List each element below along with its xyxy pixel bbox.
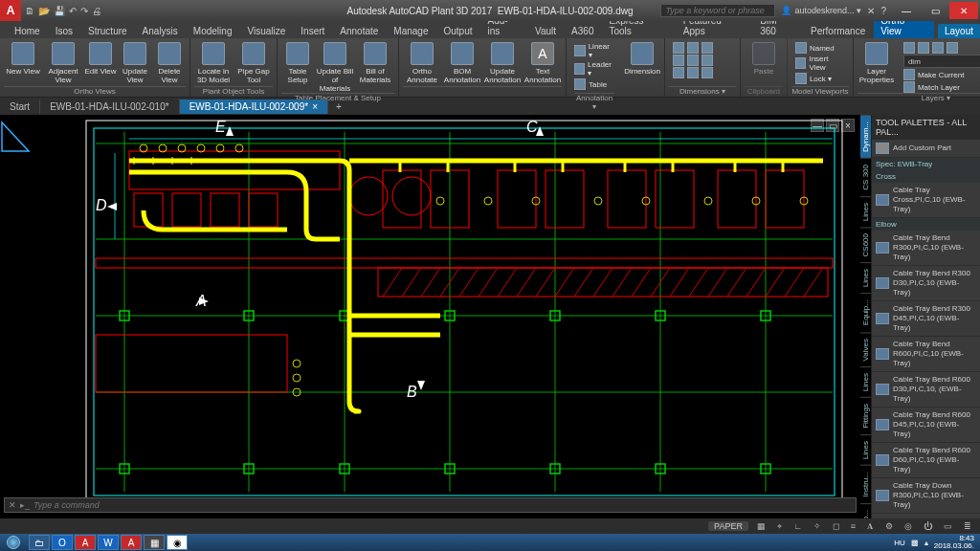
qat-save-icon[interactable]: 💾 <box>54 6 65 16</box>
paste-button[interactable]: Paste <box>745 40 783 76</box>
start-button[interactable] <box>0 534 27 551</box>
palette-item[interactable]: Cable Tray Bend R600 D45,PI,C,10 (EWB-Tr… <box>872 408 980 443</box>
palette-item[interactable]: Cable Tray Bend R600 D60,PI,C,10 (EWB-Tr… <box>872 443 980 478</box>
tab-home[interactable]: Home <box>8 24 47 38</box>
dim-row-1[interactable] <box>673 42 732 54</box>
table-setup-button[interactable]: Table Setup <box>281 40 314 93</box>
vtab-equip-1[interactable]: Equip... <box>860 293 871 331</box>
vp-lock[interactable]: Lock ▾ <box>795 73 845 84</box>
clean-screen-icon[interactable]: ▭ <box>941 521 955 531</box>
workspace-switch-icon[interactable]: ⚙ <box>882 521 896 531</box>
tab-annotate[interactable]: Annotate <box>333 24 385 38</box>
close-button[interactable]: ✕ <box>949 2 978 19</box>
polar-toggle-icon[interactable]: ✧ <box>811 521 824 531</box>
anno-toggle-icon[interactable]: 𝐀 <box>864 521 877 532</box>
update-annotation-button[interactable]: Update Annotation <box>483 40 522 84</box>
ortho-annotate-button[interactable]: Ortho Annotate <box>403 40 441 84</box>
vp-insert[interactable]: Insert View <box>795 55 845 72</box>
update-bom-button[interactable]: Update Bill of Materials <box>316 40 354 93</box>
taskbar-chrome-icon[interactable]: ◉ <box>167 535 188 550</box>
help-search-input[interactable] <box>660 4 775 17</box>
tab-modeling[interactable]: Modeling <box>187 24 239 38</box>
hardware-accel-icon[interactable]: ⏻ <box>921 521 935 531</box>
new-doc-tab-button[interactable]: + <box>328 101 349 112</box>
qat-print-icon[interactable]: 🖨 <box>92 6 101 16</box>
palette-item[interactable]: Cable Tray Bend R300,PI,C,10 (EWB-Tray) <box>872 231 980 266</box>
cmd-history-icon[interactable]: ✕ <box>9 500 16 510</box>
bom-annotation-button[interactable]: BOM Annotation <box>443 40 481 84</box>
vp-named[interactable]: Named <box>795 42 845 54</box>
palette-item[interactable]: Cable Tray Bend R300 D45,PI,C,10 (EWB-Tr… <box>872 301 980 337</box>
locate-3d-button[interactable]: Locate in 3D Model <box>194 40 233 84</box>
vtab-lines-3[interactable]: Lines <box>860 366 871 397</box>
tray-up-icon[interactable]: ▴ <box>924 539 928 547</box>
dimension-button[interactable]: Dimension <box>624 40 660 97</box>
doc-tab-2[interactable]: EWB-01-HDA-ILU-002-009*× <box>180 99 328 114</box>
command-input[interactable] <box>33 500 852 510</box>
qat-open-icon[interactable]: 📂 <box>38 6 50 16</box>
taskbar-app-icon[interactable]: ▦ <box>144 535 165 550</box>
app-logo[interactable]: A <box>0 0 21 21</box>
ortho-toggle-icon[interactable]: ∟ <box>791 521 805 531</box>
osnap-toggle-icon[interactable]: ◻ <box>830 521 842 531</box>
customize-icon[interactable]: ≣ <box>961 521 974 531</box>
vtab-dynamic[interactable]: Dynam... <box>860 115 871 158</box>
qat-undo-icon[interactable]: ↶ <box>69 6 77 16</box>
pipe-gap-button[interactable]: Pipe Gap Tool <box>234 40 273 84</box>
tab-a360[interactable]: A360 <box>565 24 600 38</box>
add-custom-part-button[interactable]: Add Custom Part <box>872 140 980 158</box>
vtab-cs300[interactable]: CS 300 <box>860 158 871 196</box>
make-current-button[interactable]: Make Current <box>903 69 980 80</box>
taskbar-word-icon[interactable]: W <box>98 535 119 550</box>
palette-item[interactable]: Cable Tray Cross,PI,C,10 (EWB-Tray) <box>872 183 980 218</box>
edit-view-button[interactable]: Edit View <box>84 40 117 84</box>
tab-layout[interactable]: Layout <box>938 24 980 38</box>
tray-lang[interactable]: HU <box>894 539 905 547</box>
vtab-valves[interactable]: Valves <box>860 332 871 366</box>
dim-row-2[interactable] <box>673 55 732 66</box>
taskbar-outlook-icon[interactable]: O <box>52 535 73 550</box>
close-tab-icon[interactable]: × <box>312 101 318 112</box>
tab-vault[interactable]: Vault <box>528 24 563 38</box>
tab-isos[interactable]: Isos <box>49 24 79 38</box>
palette-item[interactable]: Cable Tray Down R300,PI,C,10 (EWB-Tray) <box>872 478 980 514</box>
vtab-cs600[interactable]: CS600 <box>860 227 871 262</box>
delete-view-button[interactable]: Delete View <box>153 40 186 84</box>
qat-new-icon[interactable]: 🗎 <box>25 6 34 16</box>
tab-structure[interactable]: Structure <box>81 24 134 38</box>
bom-button[interactable]: Bill of Materials <box>356 40 394 93</box>
snap-toggle-icon[interactable]: ⌖ <box>774 521 785 532</box>
dim-row-3[interactable] <box>673 67 732 78</box>
maximize-button[interactable]: ▭ <box>921 2 949 19</box>
tray-clock[interactable]: 8:432018.03.06. <box>934 535 974 550</box>
space-toggle[interactable]: PAPER <box>708 521 748 531</box>
layer-dropdown[interactable]: dim <box>903 55 980 68</box>
palette-item[interactable]: Cable Tray Bend R300 D30,PI,C,10 (EWB-Tr… <box>872 266 980 301</box>
tray-flag-icon[interactable]: ▩ <box>911 539 919 547</box>
table-button[interactable]: Table <box>574 78 614 90</box>
update-view-button[interactable]: Update View <box>119 40 151 84</box>
layer-properties-button[interactable]: Layer Properties <box>858 40 896 93</box>
tab-analysis[interactable]: Analysis <box>136 24 185 38</box>
palette-item[interactable]: Cable Tray Bend R600,PI,C,10 (EWB-Tray) <box>872 337 980 372</box>
tab-performance[interactable]: Performance <box>804 24 872 38</box>
taskbar-autocad-icon[interactable]: A <box>75 535 96 550</box>
tab-output[interactable]: Output <box>437 24 479 38</box>
drawing-canvas[interactable]: — ▭ × <box>0 115 860 518</box>
new-view-button[interactable]: New View <box>4 40 42 84</box>
vtab-lines-1[interactable]: Lines <box>860 196 871 227</box>
isolate-icon[interactable]: ◎ <box>902 521 915 531</box>
linear-dim-button[interactable]: Linear ▾ <box>574 42 614 59</box>
tab-visualize[interactable]: Visualize <box>240 24 292 38</box>
adjacent-view-button[interactable]: Adjacent View <box>44 40 82 84</box>
signin-menu[interactable]: 👤 autodeskrend... ▾ <box>781 6 861 15</box>
layer-state-row[interactable] <box>903 42 980 54</box>
text-annotation-button[interactable]: AText Annotation <box>523 40 562 84</box>
doc-tab-1[interactable]: EWB-01-HDA-ILU-002-010* <box>40 99 180 114</box>
match-layer-button[interactable]: Match Layer <box>903 81 980 93</box>
help-icon[interactable]: ? <box>880 6 886 16</box>
vtab-lines-2[interactable]: Lines <box>860 262 871 293</box>
vtab-instru[interactable]: Instru... <box>860 465 871 503</box>
exchange-icon[interactable]: ✕ <box>867 6 875 16</box>
lineweight-toggle-icon[interactable]: ≡ <box>848 521 858 531</box>
